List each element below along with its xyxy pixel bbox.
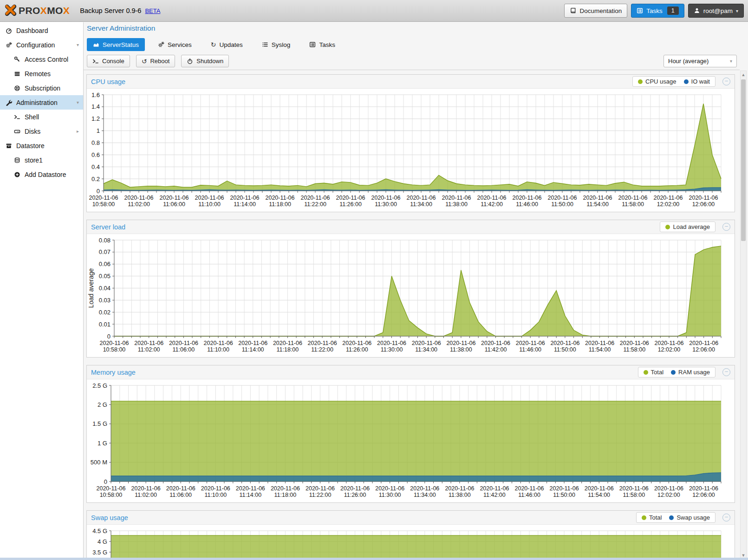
svg-text:11:02:00: 11:02:00 (135, 492, 157, 498)
legend-item: Total (642, 514, 662, 521)
svg-text:2020-11-06: 2020-11-06 (308, 340, 337, 346)
svg-text:2020-11-06: 2020-11-06 (516, 340, 545, 346)
toolbar: Console↺RebootShutdown Hour (average) ▾ (84, 52, 740, 70)
svg-text:2020-11-06: 2020-11-06 (550, 485, 579, 492)
svg-text:2020-11-06: 2020-11-06 (514, 485, 544, 492)
sidebar-item-label: Access Control (25, 56, 68, 63)
tasks-button[interactable]: Tasks 1 (631, 4, 684, 18)
svg-text:4 G: 4 G (98, 538, 107, 545)
svg-text:2020-11-06: 2020-11-06 (377, 340, 406, 346)
sidebar-item-shell[interactable]: Shell (0, 110, 83, 124)
collapse-button[interactable]: − (722, 514, 730, 521)
svg-text:4.5 G: 4.5 G (92, 527, 107, 534)
svg-text:12:06:00: 12:06:00 (692, 492, 715, 498)
terminal-icon (92, 58, 99, 65)
sidebar-item-configuration[interactable]: Configuration▾ (0, 38, 83, 52)
svg-text:2020-11-06: 2020-11-06 (169, 340, 198, 346)
chart-title: Server load (91, 223, 125, 231)
shutdown-button[interactable]: Shutdown (181, 55, 229, 67)
console-button[interactable]: Console (87, 55, 130, 67)
legend-dot-icon (644, 370, 648, 375)
tab-label: Services (168, 41, 192, 48)
sidebar-item-label: Datastore (16, 142, 45, 150)
scroll-up-arrow[interactable]: ▲ (741, 72, 746, 78)
svg-text:2020-11-06: 2020-11-06 (336, 195, 365, 201)
svg-text:0.4: 0.4 (91, 163, 100, 170)
list-alt-icon (309, 41, 316, 48)
legend-label: Total (649, 514, 662, 521)
legend-dot-icon (669, 515, 674, 520)
gears-icon (5, 42, 13, 48)
sidebar-item-datastore[interactable]: Datastore (0, 138, 83, 153)
svg-text:11:06:00: 11:06:00 (163, 201, 185, 208)
svg-text:11:06:00: 11:06:00 (169, 492, 192, 498)
sidebar-item-administration[interactable]: Administration▾ (0, 95, 83, 110)
chart-swap-usage: 0500 M1 G1.5 G2 G2.5 G3 G3.5 G4 G4.5 G20… (87, 525, 735, 560)
panel-header-memory-usage: Memory usageTotalRAM usage− (87, 365, 735, 379)
svg-text:2020-11-06: 2020-11-06 (236, 485, 265, 492)
svg-text:2020-11-06: 2020-11-06 (195, 195, 224, 201)
sidebar-item-dashboard[interactable]: Dashboard (0, 23, 83, 38)
legend-item: CPU usage (638, 78, 676, 85)
svg-text:11:38:00: 11:38:00 (445, 201, 468, 208)
user-label: root@pam (703, 7, 733, 14)
tasks-label: Tasks (646, 7, 663, 14)
svg-text:1.5 G: 1.5 G (92, 420, 107, 427)
svg-text:0.07: 0.07 (99, 248, 111, 255)
legend-item: Load average (665, 223, 710, 230)
svg-text:2020-11-06: 2020-11-06 (689, 485, 718, 492)
tab-syslog[interactable]: Syslog (256, 38, 297, 51)
sidebar-item-access-control[interactable]: Access Control (0, 52, 83, 66)
svg-text:0.01: 0.01 (99, 321, 111, 328)
svg-text:11:14:00: 11:14:00 (242, 346, 264, 353)
tab-services[interactable]: Services (152, 38, 198, 51)
archive-icon (5, 143, 13, 149)
panel-header-cpu-usage: CPU usageCPU usageIO wait− (87, 75, 735, 89)
tab-label: Syslog (272, 41, 291, 48)
sidebar-item-remotes[interactable]: Remotes (0, 66, 83, 81)
sidebar-item-subscription[interactable]: Subscription (0, 81, 83, 95)
svg-text:11:50:00: 11:50:00 (554, 346, 576, 353)
svg-text:2020-11-06: 2020-11-06 (585, 340, 614, 346)
collapse-button[interactable]: − (722, 78, 730, 85)
chart-server-load: 00.010.020.030.040.050.060.070.082020-11… (87, 234, 735, 357)
collapse-button[interactable]: − (722, 368, 730, 376)
documentation-button[interactable]: Documentation (564, 4, 627, 18)
svg-text:11:38:00: 11:38:00 (450, 346, 472, 353)
collapse-button[interactable]: − (722, 223, 730, 231)
svg-text:2020-11-06: 2020-11-06 (204, 340, 233, 346)
legend-label: IO wait (691, 78, 710, 85)
sidebar-item-add-datastore[interactable]: Add Datastore (0, 167, 83, 182)
sidebar-item-label: Disks (25, 128, 40, 135)
svg-text:2020-11-06: 2020-11-06 (340, 485, 370, 492)
reboot-button[interactable]: ↺Reboot (136, 55, 176, 67)
book-icon (570, 7, 576, 14)
refresh-icon: ↻ (211, 41, 216, 48)
svg-text:2020-11-06: 2020-11-06 (273, 340, 302, 346)
time-range-select[interactable]: Hour (average) ▾ (663, 55, 737, 67)
scrollbar-thumb[interactable] (741, 79, 746, 241)
svg-text:11:22:00: 11:22:00 (309, 492, 332, 498)
svg-text:2020-11-06: 2020-11-06 (653, 195, 683, 201)
svg-text:0.06: 0.06 (99, 260, 111, 267)
key-icon (13, 56, 21, 63)
svg-text:2020-11-06: 2020-11-06 (446, 340, 475, 346)
vertical-scrollbar[interactable]: ▲ ▼ (740, 71, 747, 560)
beta-link[interactable]: BETA (145, 7, 160, 14)
tab-updates[interactable]: ↻Updates (205, 38, 249, 51)
svg-text:2020-11-06: 2020-11-06 (300, 195, 330, 201)
svg-text:2020-11-06: 2020-11-06 (230, 195, 259, 201)
svg-text:2020-11-06: 2020-11-06 (410, 485, 439, 492)
tab-tasks[interactable]: Tasks (303, 38, 341, 51)
svg-text:11:34:00: 11:34:00 (410, 201, 432, 208)
user-menu-button[interactable]: root@pam ▾ (688, 4, 744, 18)
sidebar-item-disks[interactable]: Disks▸ (0, 124, 83, 138)
page-title: Server Administration (87, 24, 155, 33)
legend-label: RAM usage (678, 369, 710, 376)
svg-text:11:34:00: 11:34:00 (414, 492, 436, 498)
sidebar-item-store1[interactable]: store1 (0, 153, 83, 167)
svg-text:12:06:00: 12:06:00 (692, 346, 715, 353)
svg-text:2020-11-06: 2020-11-06 (89, 195, 118, 201)
svg-text:12:02:00: 12:02:00 (658, 346, 681, 353)
tab-serverstatus[interactable]: ServerStatus (87, 38, 145, 51)
